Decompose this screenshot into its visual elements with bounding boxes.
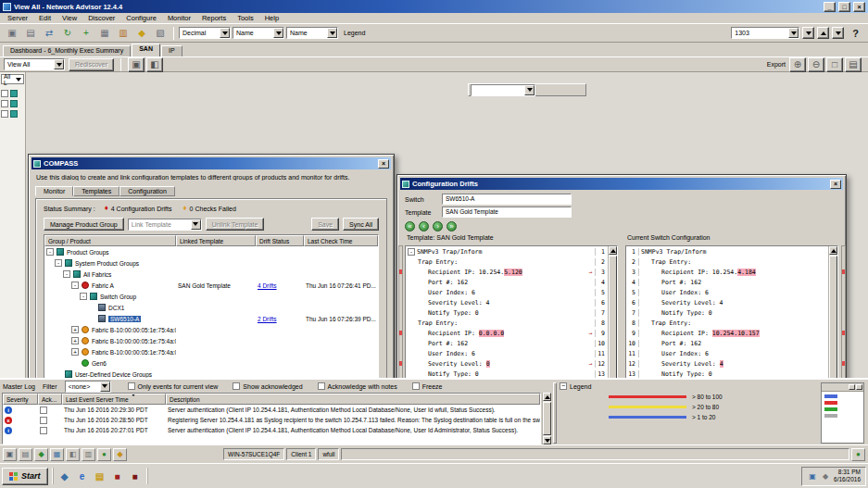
compass-close-icon[interactable]: ×	[378, 159, 389, 169]
window-close-button[interactable]: ×	[853, 2, 865, 12]
next-change-icon[interactable]: ›	[433, 221, 443, 231]
tray-audio-icon[interactable]: ◆	[820, 470, 831, 482]
scroll-up-icon[interactable]	[543, 393, 551, 401]
first-change-icon[interactable]: «	[405, 221, 415, 231]
unlink-template-button[interactable]: Unlink Template	[206, 218, 265, 231]
drift-link[interactable]: 4 Drifts	[258, 282, 277, 289]
name-combo-2-arrow-icon[interactable]	[327, 28, 337, 38]
name-combo-1-arrow-icon[interactable]	[273, 28, 283, 38]
menu-reports[interactable]: Reports	[196, 13, 232, 24]
menu-edit[interactable]: Edit	[33, 13, 57, 24]
tray-display-icon[interactable]: ▣	[807, 470, 818, 482]
drifts-titlebar[interactable]: Configuration Drifts ×	[400, 178, 843, 190]
link-template-combo[interactable]: Link Template	[128, 219, 202, 231]
collapse-icon[interactable]: -	[46, 248, 54, 256]
column-header-drift-status[interactable]: Drift Status	[256, 235, 304, 246]
log-column-header-last-event-server-time[interactable]: Last Event Server Time	[62, 394, 166, 405]
compass-tab-templates[interactable]: Templates	[73, 186, 120, 196]
scroll-up-icon[interactable]	[609, 246, 617, 255]
ack-checkbox[interactable]	[40, 407, 47, 414]
table-row[interactable]: +Fabric B-10:00:00:05:1e:75:4a:02	[44, 335, 378, 346]
right-pane-scrollbar[interactable]	[828, 246, 837, 391]
layer-checkbox[interactable]	[1, 100, 8, 107]
window-titlebar[interactable]: View All - Network Advisor 12.4.4 _ □ ×	[0, 0, 868, 13]
expand-icon[interactable]: +	[71, 348, 79, 356]
zoom-in-icon[interactable]: ⊕	[789, 57, 806, 72]
collapse-icon[interactable]: -	[55, 259, 62, 267]
view-combo-arrow-icon[interactable]	[54, 59, 64, 69]
export-label[interactable]: Export	[767, 61, 786, 68]
log-column-header-description[interactable]: Description	[166, 394, 540, 405]
properties-icon[interactable]: ▤	[22, 26, 39, 41]
legend-collapse-icon[interactable]	[560, 382, 567, 390]
collapse-icon[interactable]: -	[63, 270, 70, 278]
link-template-combo-arrow-icon[interactable]	[191, 219, 201, 230]
log-row[interactable]: iThu Jun 16 2016 20:29:30 PDTServer auth…	[3, 405, 540, 415]
menu-view[interactable]: View	[57, 13, 82, 24]
drifts-close-icon[interactable]: ×	[830, 180, 841, 189]
server-icon[interactable]: ▣	[4, 26, 20, 41]
layer-checkbox[interactable]	[1, 90, 8, 97]
search-combo-arrow-icon[interactable]	[788, 28, 799, 38]
table-row[interactable]: -Fabric ASAN Gold Template4 DriftsThu Ju…	[44, 280, 378, 291]
view-combo[interactable]: View All	[4, 58, 65, 70]
connection-status-icon[interactable]: ●	[851, 448, 865, 461]
start-button[interactable]: Start	[2, 468, 48, 485]
expand-icon[interactable]: +	[71, 337, 79, 344]
vscroll-thumb[interactable]	[829, 256, 837, 382]
log-row[interactable]: xThu Jun 16 2016 20:28:50 PDTRegistering…	[3, 415, 540, 425]
menu-help[interactable]: Help	[259, 13, 284, 24]
compass-tab-monitor[interactable]: Monitor	[35, 186, 73, 196]
zoom-out-icon[interactable]: ⊖	[808, 57, 824, 72]
scroll-up-icon[interactable]	[829, 246, 837, 255]
layer-item[interactable]	[1, 98, 24, 108]
database-icon[interactable]: ▥	[82, 448, 95, 461]
chart-icon[interactable]: ▥	[115, 26, 132, 41]
filter-combo[interactable]: <none>	[65, 381, 111, 393]
tab-dashboard-6-monthly-exec-summary[interactable]: Dashboard - 6_Monthly Exec Summary	[3, 45, 131, 56]
legend-toolbar-label[interactable]: Legend	[344, 30, 365, 36]
left-pane-scrollbar[interactable]	[608, 246, 617, 391]
expand-icon[interactable]: +	[71, 326, 79, 333]
previous-change-icon[interactable]: ‹	[419, 221, 429, 231]
drift-link[interactable]: 2 Drifts	[258, 316, 277, 322]
log-option-checkbox[interactable]	[412, 382, 420, 390]
add-icon[interactable]: +	[78, 26, 94, 41]
column-header-group-product[interactable]: Group / Product	[44, 235, 176, 246]
folder-icon[interactable]: ▤	[93, 469, 107, 483]
help-icon[interactable]: ?	[852, 28, 859, 39]
sync-all-button[interactable]: Sync All	[343, 218, 379, 231]
collapse-icon[interactable]: -	[408, 248, 415, 256]
event-log-icon[interactable]: ▤	[19, 448, 32, 461]
layer-item[interactable]	[1, 108, 24, 119]
internet-explorer-icon[interactable]: e	[75, 469, 90, 483]
layer-checkbox[interactable]	[1, 110, 8, 118]
taskbar-clock[interactable]: 8:31 PM 6/16/2016	[834, 469, 861, 483]
table-row[interactable]: SW6510-A2 DriftsThu Jun 16 07:26:39 PD..…	[44, 313, 378, 324]
minimize-button[interactable]: _	[824, 2, 836, 12]
decimal-combo[interactable]: Decimal	[179, 27, 231, 39]
tab-san[interactable]: SAN	[132, 44, 160, 56]
filter-combo-arrow-icon[interactable]	[100, 382, 110, 392]
network-icon[interactable]: ▦	[50, 448, 64, 461]
log-option-checkbox[interactable]	[128, 382, 135, 390]
layer-item[interactable]	[1, 88, 24, 98]
menu-configure[interactable]: Configure	[120, 13, 162, 24]
application-icon-2[interactable]: ■	[128, 469, 143, 483]
alert-icon[interactable]: ◆	[113, 448, 127, 461]
table-row[interactable]: -System Product Groups	[44, 257, 378, 269]
compass-titlebar[interactable]: COMPASS ×	[31, 157, 391, 169]
log-row[interactable]: iThu Jun 16 2016 20:27:01 PDTServer auth…	[3, 425, 540, 435]
table-row[interactable]: DCX1	[44, 302, 378, 313]
tab-ip[interactable]: IP	[161, 45, 182, 56]
backup-icon[interactable]: ◧	[66, 448, 80, 461]
table-row[interactable]: +Fabric B-10:00:00:05:1e:75:4a:00	[44, 346, 378, 357]
table-row[interactable]: -Switch Group	[44, 291, 378, 302]
left-change-strip[interactable]	[398, 245, 403, 392]
table-view-icon[interactable]: ▦	[96, 26, 113, 41]
scroll-down-icon[interactable]	[543, 436, 551, 444]
maximize-button[interactable]: □	[838, 2, 850, 12]
system-tray[interactable]: ▣◆ 8:31 PM 6/16/2016	[801, 467, 866, 486]
product-list-filter[interactable]: All L	[1, 74, 24, 84]
master-log-scrollbar[interactable]	[542, 393, 551, 444]
